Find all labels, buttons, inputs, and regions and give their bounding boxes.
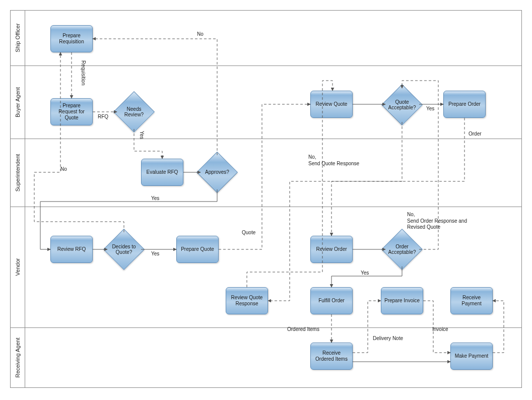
node-label: Order Acceptable?: [385, 244, 419, 255]
node-label: Quote Acceptable?: [385, 99, 419, 111]
node-review-quote-response: Review Quote Response: [226, 287, 268, 314]
node-approves: Approves?: [199, 154, 235, 190]
lane-label-text: Superintendent: [15, 154, 21, 191]
label-ordered-items: Ordered Items: [287, 326, 319, 333]
label-rfq: RFQ: [98, 114, 108, 120]
node-fulfill-order: Fulfill Order: [310, 287, 353, 314]
node-label: Needs Review?: [117, 106, 151, 118]
node-prepare-quote: Prepare Quote: [176, 236, 219, 263]
node-needs-review: Needs Review?: [116, 94, 152, 130]
label-quote-acc-no: No, Send Quote Response: [308, 154, 359, 167]
lane-label-receiving-agent: Receiving Agent: [10, 327, 25, 388]
label-quote-acc-yes: Yes: [426, 106, 434, 112]
node-prepare-rfq: Prepare Request for Quote: [50, 98, 93, 125]
label-approves-yes: Yes: [151, 195, 159, 202]
lane-label-buyer-agent: Buyer Agent: [10, 65, 25, 139]
lane-label-text: Buyer Agent: [15, 87, 21, 117]
label-invoice: Invoice: [432, 326, 448, 333]
lane-label-vendor: Vendor: [10, 207, 25, 327]
node-make-payment: Make Payment: [450, 343, 493, 370]
node-order-acceptable: Order Acceptable?: [384, 231, 420, 268]
label-decides-no: No: [60, 166, 67, 173]
label-quote: Quote: [242, 230, 255, 236]
node-receive-ordered-items: Receive Ordered Items: [310, 343, 353, 370]
label-order: Order: [469, 131, 482, 138]
label-decides-yes: Yes: [151, 251, 159, 257]
lane-divider-3: [10, 207, 522, 207]
node-quote-acceptable: Quote Acceptable?: [384, 87, 420, 123]
node-prepare-requisition: Prepare Requisition: [50, 25, 93, 52]
node-prepare-order: Prepare Order: [443, 91, 486, 118]
lane-divider-2: [10, 139, 522, 139]
node-prepare-invoice: Prepare Invoice: [381, 287, 423, 314]
node-label: Decides to Quote?: [107, 244, 141, 255]
node-decides-quote: Decides to Quote?: [106, 231, 142, 268]
label-needs-review-yes: Yes: [138, 131, 145, 139]
label-approves-no: No: [197, 31, 204, 38]
label-requisition: Requisition: [80, 60, 86, 85]
lane-label-text: Vendor: [15, 258, 21, 276]
label-delivery-note: Delivery Note: [373, 336, 403, 342]
node-review-quote: Review Quote: [310, 91, 353, 118]
node-review-order: Review Order: [310, 236, 353, 263]
lane-label-text: Ship Officer: [15, 23, 21, 52]
lane-label-ship-officer: Ship Officer: [10, 10, 25, 65]
node-label: Approves?: [205, 169, 229, 175]
node-evaluate-rfq: Evaluate RFQ: [141, 159, 183, 186]
diagram-canvas: Ship Officer Buyer Agent Superintendent …: [0, 0, 532, 400]
label-order-acc-yes: Yes: [361, 270, 369, 277]
label-order-acc-no: No, Send Order Response and Revised Quot…: [407, 212, 467, 231]
lane-label-text: Receiving Agent: [15, 338, 21, 378]
node-review-rfq: Review RFQ: [50, 236, 93, 263]
lane-label-superintendent: Superintendent: [10, 139, 25, 207]
lane-divider-1: [10, 65, 522, 66]
node-receive-payment: Receive Payment: [450, 287, 493, 314]
